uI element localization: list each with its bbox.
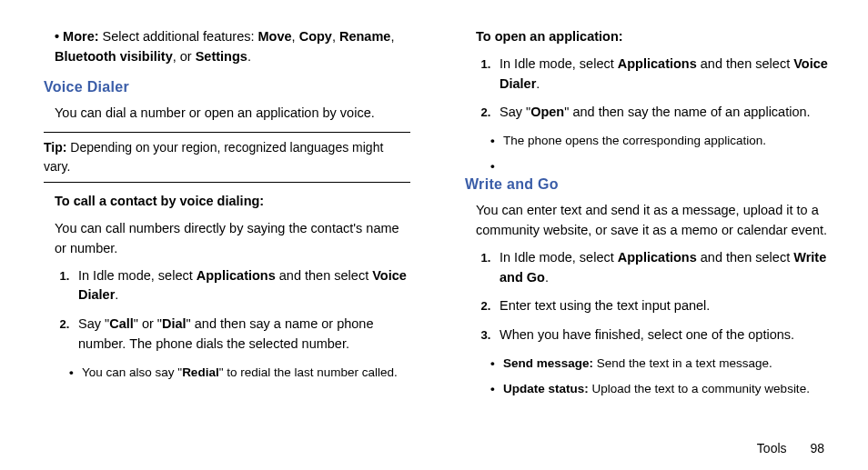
left-column: More: Select additional features: Move, … <box>44 27 410 405</box>
tip-box: Tip: Depending on your region, recognize… <box>44 132 410 183</box>
voice-dialer-heading: Voice Dialer <box>44 76 410 98</box>
tip-text: Depending on your region, recognized lan… <box>44 140 383 174</box>
more-label: More: <box>63 29 98 44</box>
call-step-1: In Idle mode, select Applications and th… <box>73 266 410 306</box>
write-steps: In Idle mode, select Applications and th… <box>494 248 832 345</box>
write-step-1: In Idle mode, select Applications and th… <box>494 248 832 288</box>
empty-bullet <box>503 157 832 165</box>
call-intro: You can call numbers directly by saying … <box>55 219 410 259</box>
page-content: More: Select additional features: Move, … <box>0 0 868 424</box>
call-step-2: Say "Call" or "Dial" and then say a name… <box>73 315 410 355</box>
more-bullet: More: Select additional features: Move, … <box>55 27 410 67</box>
open-step-2: Say "Open" and then say the name of an a… <box>494 103 832 123</box>
open-sub-bullet: The phone opens the corresponding applic… <box>503 132 832 150</box>
call-subhead: To call a contact by voice dialing: <box>55 192 410 212</box>
redial-bullet: You can also say "Redial" to redial the … <box>82 364 410 382</box>
tip-label: Tip: <box>44 140 66 155</box>
footer-section: Tools <box>757 441 787 455</box>
right-column: To open an application: In Idle mode, se… <box>465 27 832 405</box>
footer-page-number: 98 <box>810 441 824 455</box>
call-steps: In Idle mode, select Applications and th… <box>73 266 410 355</box>
write-go-intro: You can enter text and send it as a mess… <box>476 201 832 241</box>
open-steps: In Idle mode, select Applications and th… <box>494 55 832 123</box>
update-status-bullet: Update status: Upload the text to a comm… <box>503 380 832 398</box>
open-step-1: In Idle mode, select Applications and th… <box>494 55 832 95</box>
write-go-heading: Write and Go <box>465 174 832 195</box>
write-step-2: Enter text using the text input panel. <box>494 296 832 316</box>
send-message-bullet: Send message: Send the text in a text me… <box>503 355 832 373</box>
write-step-3: When you have finished, select one of th… <box>494 325 832 345</box>
voice-dialer-intro: You can dial a number or open an applica… <box>55 104 410 124</box>
page-footer: Tools 98 <box>757 441 824 455</box>
open-subhead: To open an application: <box>476 27 832 47</box>
